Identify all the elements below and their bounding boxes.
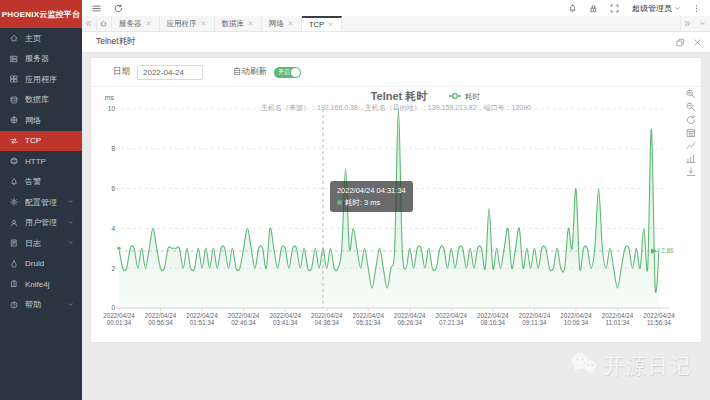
chevron-down-icon: [699, 20, 707, 28]
refresh-icon[interactable]: [114, 3, 124, 13]
x-tick-label: 2022/04/2404:36:34: [311, 312, 343, 326]
fullscreen-icon[interactable]: [610, 3, 620, 13]
close-tab-icon[interactable]: [328, 22, 334, 28]
tab-label: 数据库: [222, 19, 245, 29]
tabs-scroll-left[interactable]: [82, 16, 97, 31]
content-area: 日期 自动刷新 开启 2022/04/24 04:31:34 耗时: 3 ms …: [82, 53, 710, 400]
sidebar-item-tcp[interactable]: TCP: [0, 131, 82, 152]
tab-数据库[interactable]: 数据库: [215, 16, 263, 31]
tab-home[interactable]: [97, 16, 112, 31]
y-tick-label: 10: [108, 105, 116, 112]
toolbox-zoom-reset-icon[interactable]: [687, 103, 695, 111]
tab-服务器[interactable]: 服务器: [112, 16, 160, 31]
x-tick-label: 2022/04/2410:06:34: [560, 312, 592, 326]
auto-refresh-toggle[interactable]: 开启: [274, 67, 301, 78]
sidebar-item-label: Druid: [25, 259, 75, 268]
x-tick-label: 2022/04/2400:56:34: [145, 312, 177, 326]
sidebar: PHOENIX云监控平台 主页服务器应用程序数据库网络TCPHTTP告警配置管理…: [0, 0, 82, 400]
toolbox-bar-chart-icon[interactable]: [687, 155, 695, 162]
tab-应用程序[interactable]: 应用程序: [160, 16, 215, 31]
y-tick-label: 2: [111, 265, 115, 272]
druid-icon: [10, 259, 19, 268]
watermark-text: 开源日记: [604, 353, 692, 380]
x-tick-label: 2022/04/2406:26:34: [394, 312, 426, 326]
chart-legend[interactable]: 耗时: [449, 92, 481, 101]
close-tab-icon[interactable]: [248, 21, 254, 27]
notification-icon[interactable]: [568, 3, 578, 13]
auto-refresh-label: 自动刷新: [233, 66, 267, 78]
double-chevron-right-icon: [684, 20, 692, 28]
x-tick-label: 2022/04/2405:31:34: [352, 312, 384, 326]
tab-网络[interactable]: 网络: [262, 16, 302, 31]
panel-card: 日期 自动刷新 开启 2022/04/24 04:31:34 耗时: 3 ms …: [90, 57, 702, 343]
sidebar-item-label: Knife4j: [25, 280, 75, 289]
legend-label: 耗时: [465, 92, 481, 101]
footer: 开源日记: [90, 343, 702, 400]
sidebar-item-app[interactable]: 应用程序: [0, 69, 82, 90]
sidebar-item-alarm[interactable]: 告警: [0, 172, 82, 193]
sidebar-item-network[interactable]: 网络: [0, 110, 82, 131]
sidebar-item-help[interactable]: 帮助: [0, 295, 82, 316]
main-area: 超级管理员 服务器应用程序数据库网络TCP Telnet耗时 日期: [82, 0, 710, 400]
close-page-icon[interactable]: [693, 38, 702, 47]
sidebar-item-knife4j[interactable]: Knife4j: [0, 274, 82, 295]
chevron-down-icon: [67, 239, 75, 247]
sidebar-item-label: 主页: [25, 33, 75, 44]
chart-subtitle: 主机名（来源）：192.168.0.38，主机名（目的地）：139.159.21…: [261, 103, 531, 112]
gear-icon: [10, 198, 19, 207]
database-icon: [10, 95, 19, 104]
sidebar-item-druid[interactable]: Druid: [0, 254, 82, 275]
sidebar-item-label: 帮助: [25, 299, 61, 310]
log-icon: [10, 239, 19, 248]
sidebar-item-log[interactable]: 日志: [0, 233, 82, 254]
home-icon: [10, 34, 19, 43]
filter-row: 日期 自动刷新 开启: [91, 58, 701, 87]
user-icon: [10, 218, 19, 227]
y-axis-unit: ms: [105, 94, 115, 101]
average-value-label: 2.86: [661, 247, 674, 254]
knife4j-icon: [10, 280, 19, 289]
user-menu[interactable]: 超级管理员: [632, 3, 681, 14]
tab-TCP[interactable]: TCP: [302, 16, 342, 31]
close-tab-icon[interactable]: [201, 21, 207, 27]
open-new-window-icon[interactable]: [676, 38, 685, 47]
more-options-icon[interactable]: [692, 3, 702, 13]
sidebar-item-label: 配置管理: [25, 197, 61, 208]
user-menu-label: 超级管理员: [632, 3, 672, 14]
date-label: 日期: [113, 66, 130, 78]
close-tab-icon[interactable]: [288, 21, 294, 27]
x-tick-label: 2022/04/2411:01:34: [602, 312, 634, 326]
toolbox-save-image-icon[interactable]: [687, 168, 694, 176]
y-tick-label: 0: [111, 304, 115, 311]
sidebar-item-user[interactable]: 用户管理: [0, 213, 82, 234]
x-tick-label: 2022/04/2403:41:34: [269, 312, 301, 326]
toggle-knob: [291, 68, 300, 77]
tab-label: TCP: [309, 20, 324, 29]
x-tick-label: 2022/04/2411:56:34: [643, 312, 675, 326]
toolbox-zoom-select-icon[interactable]: [687, 90, 695, 98]
http-icon: [10, 157, 19, 166]
toolbox-line-chart-icon[interactable]: [687, 143, 695, 149]
tabs-scroll-right[interactable]: [680, 16, 695, 31]
close-tab-icon[interactable]: [146, 21, 152, 27]
sidebar-item-gear[interactable]: 配置管理: [0, 192, 82, 213]
toolbox-restore-icon[interactable]: [687, 116, 694, 124]
menu-toggle-icon[interactable]: [92, 3, 102, 13]
telnet-latency-chart[interactable]: 2022/04/24 04:31:34 耗时: 3 ms Telnet 耗时主机…: [91, 87, 701, 342]
top-toolbar: 超级管理员: [82, 0, 710, 16]
chart-canvas[interactable]: Telnet 耗时主机名（来源）：192.168.0.38，主机名（目的地）：1…: [91, 87, 701, 342]
sidebar-item-database[interactable]: 数据库: [0, 90, 82, 111]
tabs-collapse[interactable]: [695, 16, 710, 31]
toolbox-data-view-icon[interactable]: [688, 130, 695, 137]
help-icon: [10, 300, 19, 309]
server-icon: [10, 54, 19, 63]
sidebar-item-home[interactable]: 主页: [0, 28, 82, 49]
lock-screen-icon[interactable]: [589, 3, 599, 13]
open-tabs: 服务器应用程序数据库网络TCP: [112, 16, 680, 31]
sidebar-item-label: 网络: [25, 115, 75, 126]
tab-strip: 服务器应用程序数据库网络TCP: [82, 16, 710, 32]
sidebar-item-http[interactable]: HTTP: [0, 151, 82, 172]
sidebar-item-server[interactable]: 服务器: [0, 49, 82, 70]
network-icon: [10, 116, 19, 125]
date-input[interactable]: [137, 65, 203, 80]
